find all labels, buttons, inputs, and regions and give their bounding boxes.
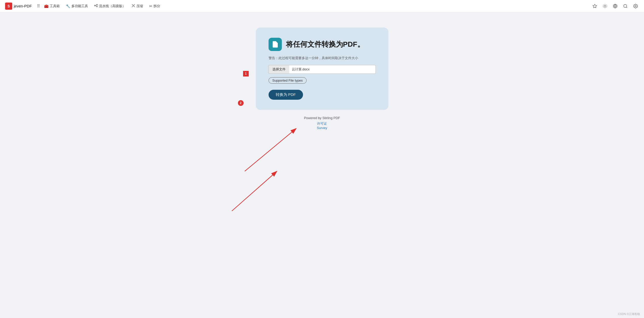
annotation-badge-2: 2 (238, 100, 244, 106)
powered-by-text: Powered by Stirling PDF (304, 116, 340, 120)
svg-point-19 (635, 5, 636, 7)
card-title: 将任何文件转换为PDF。 (286, 40, 364, 49)
annotation-badge-1: 1 (243, 71, 249, 77)
nav-item-toolbox-label: 工具箱 (50, 4, 60, 8)
nav-item-split[interactable]: ✂ 拆分 (147, 3, 163, 10)
svg-line-22 (232, 171, 277, 211)
file-name-display: 云计算.docx (289, 65, 376, 74)
top-navbar: S jeven-PDF ⠿ 🧰 工具箱 🔧 多功能工具 流水线（高级版） (0, 0, 644, 12)
svg-line-14 (606, 5, 607, 5)
supported-file-types-button[interactable]: Supported File types (269, 77, 307, 84)
card-warning: 警告：此过程可能需要多达一分钟，具体时间取决于文件大小 (269, 56, 376, 60)
grid-icon[interactable]: ⠿ (37, 4, 40, 8)
svg-line-3 (95, 5, 96, 6)
svg-line-9 (603, 5, 604, 5)
nav-item-compress-label: 压缩 (136, 4, 143, 8)
nav-item-compress[interactable]: 压缩 (129, 3, 146, 10)
flow-icon (94, 4, 98, 8)
card-icon (269, 38, 282, 51)
card-header: 将任何文件转换为PDF。 (269, 38, 376, 51)
svg-point-17 (624, 4, 627, 7)
brand-name: jeven-PDF (14, 4, 32, 8)
nav-items: 🧰 工具箱 🔧 多功能工具 流水线（高级版） (42, 3, 591, 10)
settings-button[interactable] (632, 3, 639, 9)
svg-point-6 (604, 5, 606, 7)
svg-point-1 (96, 4, 97, 5)
svg-line-18 (626, 7, 627, 8)
badge-1: 1 (243, 71, 249, 77)
file-input-row: 选择文件 云计算.docx (269, 65, 376, 74)
brand-logo: S (5, 3, 12, 10)
document-icon (271, 41, 279, 48)
svg-marker-5 (593, 4, 597, 8)
nav-item-toolbox[interactable]: 🧰 工具箱 (42, 3, 62, 10)
survey-link[interactable]: Survey (304, 126, 340, 130)
nav-item-multifunction[interactable]: 🔧 多功能工具 (63, 3, 91, 10)
theme-toggle-button[interactable] (602, 3, 608, 9)
svg-point-2 (96, 6, 97, 7)
svg-line-10 (606, 7, 607, 7)
search-button[interactable] (622, 3, 629, 9)
wrench-icon: 🔧 (66, 4, 70, 8)
language-button[interactable] (612, 3, 618, 9)
compress-icon (132, 4, 135, 8)
svg-line-4 (95, 6, 96, 6)
nav-item-split-label: 拆分 (154, 4, 160, 8)
svg-line-13 (603, 7, 604, 7)
main-content: 1 2 将任何文件转换为PDF。 警告：此过程可能需要多达一分钟，具体时间取决于… (0, 12, 644, 318)
brand[interactable]: S jeven-PDF (5, 3, 32, 10)
file-choose-button[interactable]: 选择文件 (269, 65, 289, 74)
navbar-right (591, 3, 639, 9)
nav-item-pipeline-label: 流水线（高级版） (99, 4, 125, 8)
svg-line-21 (245, 129, 296, 171)
convert-button[interactable]: 转换为 PDF (269, 90, 303, 100)
watermark: CSDN ©江湖有稳 (618, 312, 640, 316)
nav-item-multifunction-label: 多功能工具 (71, 4, 88, 8)
nav-item-pipeline[interactable]: 流水线（高级版） (92, 3, 128, 10)
badge-2: 2 (238, 100, 244, 106)
main-card: 将任何文件转换为PDF。 警告：此过程可能需要多达一分钟，具体时间取决于文件大小… (256, 28, 388, 110)
toolbox-icon: 🧰 (44, 4, 48, 8)
star-button[interactable] (591, 3, 598, 9)
footer: Powered by Stirling PDF 许可证 Survey (304, 110, 340, 133)
scissors-icon: ✂ (149, 4, 152, 8)
license-link[interactable]: 许可证 (304, 121, 340, 126)
svg-point-0 (94, 5, 95, 6)
